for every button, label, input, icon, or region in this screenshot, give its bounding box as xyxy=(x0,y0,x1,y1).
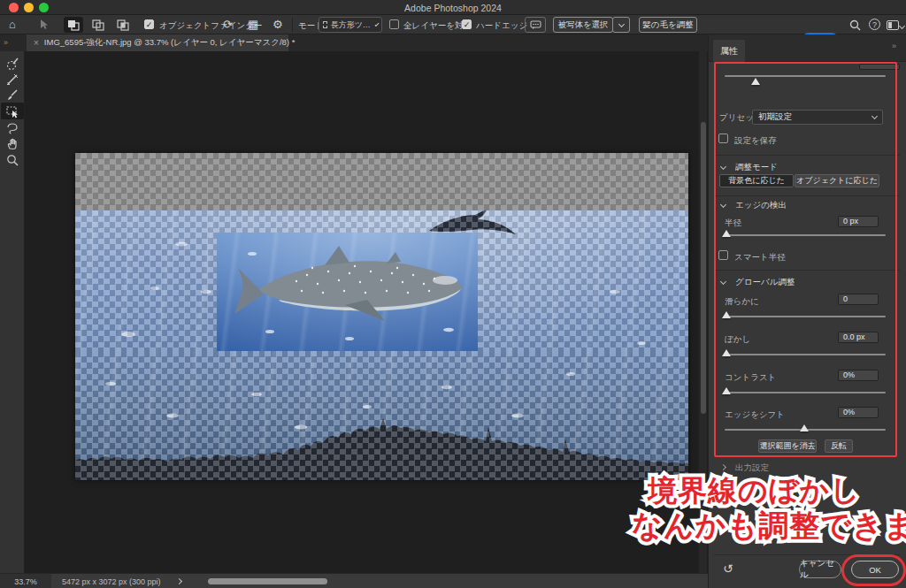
all-layers-checkbox[interactable] xyxy=(389,19,399,29)
divider xyxy=(714,270,900,271)
intersect-selection-icon[interactable] xyxy=(113,17,133,33)
document-tab[interactable]: × IMG_6595-強化-NR.jpg @ 33.7% (レイヤー 0, レイ… xyxy=(27,34,288,51)
chevron-down-icon[interactable] xyxy=(720,202,726,208)
refine-hair-button[interactable]: 髪の毛を調整 xyxy=(639,17,697,33)
contrast-slider-track[interactable] xyxy=(725,392,886,393)
brush-tool[interactable] xyxy=(1,87,24,103)
object-finder-checkbox[interactable]: ✓ xyxy=(144,19,154,29)
object-based-label: オブジェクトに応じた xyxy=(796,175,878,187)
hard-edge-label: ハードエッジ xyxy=(476,20,527,32)
cancel-button[interactable]: キャンセル xyxy=(799,561,841,578)
select-subject-dropdown[interactable] xyxy=(612,17,630,33)
mode-value: 長方形ツ… xyxy=(331,19,371,31)
smooth-value-box[interactable]: 0 xyxy=(838,294,879,305)
workspace-icon[interactable] xyxy=(887,20,899,30)
status-chevron-icon[interactable] xyxy=(176,578,182,584)
select-mask-toolbar xyxy=(0,51,25,573)
radius-slider-track[interactable] xyxy=(725,234,886,236)
ok-button[interactable]: OK xyxy=(851,561,899,578)
contrast-value-box[interactable]: 0% xyxy=(838,370,879,381)
clear-selection-button[interactable]: 選択範囲を消去 xyxy=(758,439,817,453)
vertical-scrollbar-thumb[interactable] xyxy=(701,122,706,414)
document-info: 5472 px x 3072 px (300 ppi) xyxy=(62,577,161,586)
mask-overlay-top xyxy=(75,210,688,233)
cancel-label: キャンセル xyxy=(800,558,841,581)
feather-value-box[interactable]: 0.0 px xyxy=(838,332,879,343)
chevron-down-icon[interactable] xyxy=(720,164,726,170)
divider xyxy=(714,554,900,555)
chevron-down-icon[interactable] xyxy=(720,279,726,285)
separator xyxy=(292,18,293,32)
comment-icon xyxy=(530,20,541,30)
smooth-slider-thumb[interactable] xyxy=(722,311,731,318)
shift-edge-value-box[interactable]: 0% xyxy=(838,407,879,418)
search-icon[interactable] xyxy=(849,19,861,31)
invert-button[interactable]: 反転 xyxy=(825,439,853,453)
hand-tool[interactable] xyxy=(1,135,24,152)
transparent-checkerboard-band xyxy=(75,153,688,210)
background-based-button[interactable]: 背景色に応じた xyxy=(719,174,794,187)
horizontal-scrollbar-thumb[interactable] xyxy=(208,578,327,584)
aquarium-photo xyxy=(75,210,688,480)
shift-edge-label: エッジをシフト xyxy=(725,409,785,421)
zoom-tool[interactable] xyxy=(1,151,24,168)
smooth-slider-track[interactable] xyxy=(725,316,886,317)
new-selection-icon[interactable] xyxy=(64,17,83,33)
mask-overlay-left xyxy=(75,233,217,351)
object-finder-label: オブジェクトファインダー xyxy=(159,20,262,32)
refresh-icon[interactable]: ⟳ xyxy=(223,19,233,30)
document-tab-bar: » × IMG_6595-強化-NR.jpg @ 33.7% (レイヤー 0, … xyxy=(0,34,708,51)
collapse-panel-icon[interactable]: » xyxy=(892,42,896,50)
close-tab-icon[interactable]: × xyxy=(34,38,39,48)
help-icon[interactable]: ? xyxy=(869,19,880,30)
contrast-slider-thumb[interactable] xyxy=(722,387,731,394)
quick-selection-tool[interactable] xyxy=(1,55,24,72)
feedback-button[interactable] xyxy=(525,17,546,33)
feather-label: ぼかし xyxy=(725,334,750,346)
settings-gear-icon[interactable]: ⚙ xyxy=(273,19,283,30)
radius-label: 半径 xyxy=(725,218,741,229)
output-settings-header[interactable]: 出力設定 xyxy=(735,462,769,474)
refine-edge-brush-tool[interactable] xyxy=(1,71,24,88)
edge-detection-header[interactable]: エッジの検出 xyxy=(735,200,787,211)
shift-edge-slider-thumb[interactable] xyxy=(800,424,809,431)
show-all-objects-icon[interactable]: ▦ xyxy=(248,19,258,30)
chevron-down-icon xyxy=(871,113,878,119)
opacity-slider-thumb[interactable] xyxy=(751,78,760,85)
add-to-selection-icon[interactable] xyxy=(88,17,108,33)
lasso-tool[interactable] xyxy=(1,119,24,136)
feather-slider-thumb[interactable] xyxy=(722,349,731,356)
hard-edge-checkbox[interactable]: ✓ xyxy=(462,19,472,29)
tab-properties[interactable]: 属性 xyxy=(713,40,745,62)
select-subject-button[interactable]: 被写体を選択 xyxy=(553,17,613,33)
mask-overlay-right xyxy=(478,233,688,351)
canvas-area[interactable] xyxy=(25,51,708,573)
whale-shark xyxy=(217,233,478,351)
global-refine-header[interactable]: グローバル調整 xyxy=(735,277,795,288)
preset-dropdown[interactable]: 初期設定 xyxy=(752,110,883,125)
object-selection-tool[interactable] xyxy=(1,103,24,119)
smart-radius-checkbox[interactable] xyxy=(718,250,728,260)
document-view[interactable] xyxy=(75,153,688,480)
selection-rectangle[interactable] xyxy=(217,233,478,351)
chevron-down-icon xyxy=(374,21,379,26)
radius-value-box[interactable]: 0 px xyxy=(838,216,879,227)
reset-icon[interactable]: ↺ xyxy=(723,561,733,576)
adjust-mode-header[interactable]: 調整モード xyxy=(735,162,778,173)
opacity-value-box[interactable] xyxy=(859,64,900,70)
zoom-level-field[interactable]: 33.7% xyxy=(0,574,51,588)
home-icon[interactable]: ⌂ xyxy=(9,19,16,30)
chevron-right-icon[interactable] xyxy=(720,464,726,470)
feather-slider-track[interactable] xyxy=(725,354,886,355)
radius-slider-thumb[interactable] xyxy=(722,230,731,237)
opacity-slider-track[interactable] xyxy=(725,75,886,77)
collapse-toolbar-icon[interactable]: » xyxy=(4,38,8,47)
smooth-label: 滑らかに xyxy=(725,296,759,308)
mode-dropdown[interactable]: 長方形ツ… xyxy=(319,17,382,33)
chevron-down-icon[interactable] xyxy=(899,23,905,29)
move-tool-icon[interactable] xyxy=(37,19,50,31)
save-settings-checkbox[interactable] xyxy=(718,134,728,143)
object-based-button[interactable]: オブジェクトに応じた xyxy=(795,174,879,187)
select-subject-label: 被写体を選択 xyxy=(557,19,608,31)
refine-hair-label: 髪の毛を調整 xyxy=(642,19,693,31)
